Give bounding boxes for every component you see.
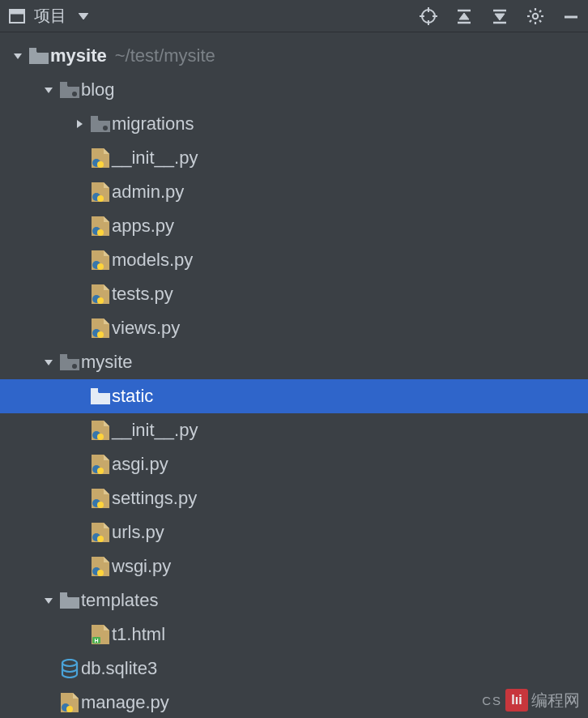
svg-marker-27: [45, 88, 53, 93]
tree-file[interactable]: asgi.py: [0, 447, 588, 481]
tree-folder-blog[interactable]: blog: [0, 73, 588, 107]
svg-marker-94: [73, 693, 79, 699]
svg-point-58: [97, 331, 104, 338]
svg-point-30: [72, 92, 77, 96]
tree-file[interactable]: admin.py: [0, 175, 588, 209]
svg-marker-60: [60, 357, 79, 370]
svg-marker-59: [45, 360, 53, 365]
tree-file[interactable]: __init__.py: [0, 413, 588, 447]
database-icon: [58, 659, 81, 678]
tree-label: settings.py: [112, 488, 197, 509]
gear-icon[interactable]: [526, 7, 544, 25]
svg-point-96: [66, 706, 73, 712]
svg-point-68: [97, 434, 104, 440]
svg-marker-74: [104, 489, 109, 494]
svg-marker-85: [45, 598, 53, 604]
collapse-all-icon[interactable]: [491, 7, 509, 25]
tree-label: static: [112, 386, 153, 407]
tree-label: asgi.py: [112, 454, 168, 475]
svg-point-84: [97, 570, 104, 576]
svg-rect-64: [91, 388, 98, 392]
svg-marker-24: [14, 53, 22, 59]
python-file-icon: [89, 182, 112, 202]
python-file-icon: [89, 216, 112, 236]
tree-label: migrations: [112, 113, 194, 135]
tree-root-path: ~/test/mysite: [115, 45, 215, 66]
tree-file[interactable]: views.py: [0, 311, 588, 345]
svg-marker-82: [104, 557, 109, 562]
svg-point-34: [103, 126, 108, 130]
watermark: CS lıi 编程网: [482, 689, 580, 712]
dropdown-icon[interactable]: [75, 7, 92, 25]
tree-file[interactable]: __init__.py: [0, 141, 588, 175]
svg-line-22: [539, 10, 541, 11]
tree-root[interactable]: mysite ~/test/mysite: [0, 39, 588, 73]
target-icon[interactable]: [420, 7, 437, 25]
folder-special-icon: [58, 354, 81, 370]
svg-marker-36: [104, 148, 109, 154]
svg-rect-29: [60, 82, 67, 86]
svg-point-46: [97, 229, 104, 236]
tree-label: mysite: [81, 352, 133, 373]
tree-folder-migrations[interactable]: migrations: [0, 107, 588, 141]
svg-line-20: [539, 20, 541, 22]
toolbar-title: 项目: [34, 5, 66, 27]
expand-all-icon[interactable]: [455, 7, 473, 25]
watermark-box: lıi: [505, 689, 528, 712]
project-tree: mysite ~/test/mysite blog migrations __i…: [0, 32, 588, 718]
svg-point-14: [533, 13, 538, 18]
python-file-icon: [58, 693, 81, 712]
python-file-icon: [89, 523, 112, 542]
toolbar-right: [420, 7, 580, 25]
svg-rect-61: [60, 354, 67, 358]
svg-marker-9: [459, 13, 469, 19]
tree-label: apps.py: [112, 216, 174, 237]
tree-file[interactable]: tests.py: [0, 277, 588, 311]
tree-label: urls.py: [112, 522, 164, 543]
python-file-icon: [89, 284, 112, 304]
tree-file[interactable]: urls.py: [0, 515, 588, 549]
tree-label: blog: [81, 79, 115, 100]
tree-folder-mysite[interactable]: mysite: [0, 345, 588, 379]
folder-icon: [89, 388, 112, 404]
tree-file[interactable]: models.py: [0, 243, 588, 277]
tree-folder-static[interactable]: static: [0, 379, 588, 413]
svg-point-62: [72, 364, 77, 369]
watermark-text: 编程网: [531, 690, 580, 712]
tree-file[interactable]: wsgi.py: [0, 549, 588, 583]
tree-label: db.sqlite3: [81, 658, 157, 679]
folder-icon: [28, 48, 50, 64]
svg-marker-89: [104, 625, 109, 630]
svg-rect-33: [91, 116, 98, 120]
project-window-icon[interactable]: [8, 7, 26, 25]
tree-file[interactable]: apps.py: [0, 209, 588, 243]
python-file-icon: [89, 421, 112, 440]
folder-special-icon: [89, 116, 112, 132]
chevron-down-icon: [39, 596, 58, 605]
svg-point-54: [97, 297, 104, 304]
tree-file-db[interactable]: db.sqlite3: [0, 652, 588, 686]
svg-marker-48: [104, 250, 109, 256]
tree-file[interactable]: settings.py: [0, 481, 588, 515]
tree-label: __init__.py: [112, 147, 198, 169]
tree-folder-templates[interactable]: templates: [0, 583, 588, 618]
python-file-icon: [89, 318, 112, 338]
toolbar-left: 项目: [8, 5, 92, 27]
minimize-icon[interactable]: [562, 7, 580, 25]
svg-point-92: [62, 660, 77, 666]
svg-marker-66: [104, 421, 109, 426]
svg-point-80: [97, 536, 104, 542]
tree-label: t1.html: [112, 624, 165, 645]
svg-text:H: H: [94, 638, 98, 643]
tree-label: templates: [81, 590, 158, 611]
tree-label: admin.py: [112, 182, 184, 203]
svg-marker-70: [104, 455, 109, 460]
chevron-down-icon: [39, 85, 58, 95]
svg-point-50: [97, 263, 104, 270]
watermark-pretext: CS: [482, 694, 502, 707]
svg-rect-1: [10, 10, 24, 14]
tree-file[interactable]: Ht1.html: [0, 618, 588, 652]
svg-marker-28: [60, 84, 79, 98]
tree-label: views.py: [112, 318, 180, 339]
svg-marker-86: [60, 595, 79, 609]
